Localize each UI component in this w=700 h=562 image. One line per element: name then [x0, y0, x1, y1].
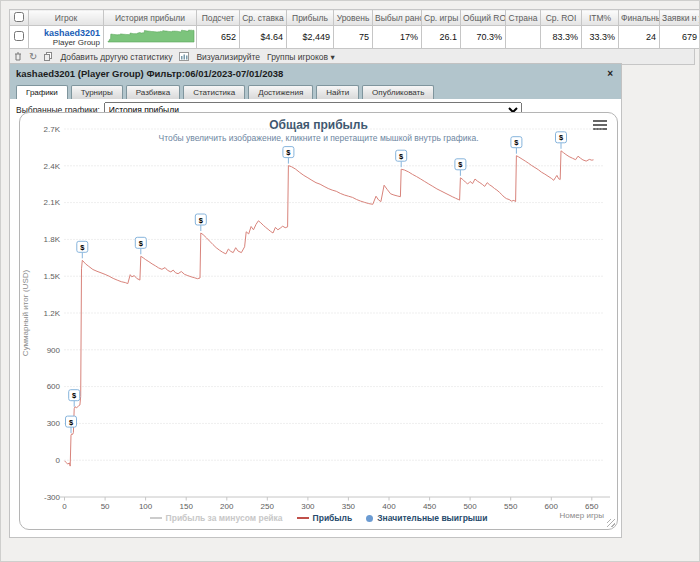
svg-text:900: 900	[47, 346, 61, 355]
column-header-1: Игрок	[29, 10, 104, 26]
stat-cell-6: 70.3%	[461, 26, 506, 49]
profit-sparkline	[107, 29, 195, 43]
legend-dot-icon	[366, 515, 373, 522]
column-header-7: Выбыл рано	[373, 10, 422, 26]
tab-4[interactable]: Достижения	[248, 85, 313, 99]
resize-grip[interactable]	[607, 519, 615, 527]
stat-cell-4: 17%	[373, 26, 422, 49]
svg-text:2.1K: 2.1K	[44, 198, 61, 207]
svg-text:100: 100	[139, 502, 153, 511]
svg-text:600: 600	[545, 502, 559, 511]
profit-chart[interactable]: -30003006009001.2K1.5K1.8K2.1K2.4K2.7K05…	[20, 113, 617, 529]
legend-dash-icon	[297, 517, 309, 519]
player-detail-panel: kashaed3201 (Player Group) Фильтр:06/01/…	[9, 63, 622, 538]
column-header-8: Ср. игры /.	[422, 10, 461, 26]
chart-container: Общая прибыль Чтобы увеличить изображени…	[19, 112, 618, 530]
column-header-2: История прибыли	[104, 10, 197, 26]
column-header-5: Прибыль	[287, 10, 334, 26]
svg-text:350: 350	[342, 502, 356, 511]
svg-text:150: 150	[180, 502, 194, 511]
legend-item-1[interactable]: Прибыль	[297, 513, 353, 523]
add-statistic-button[interactable]: Добавить другую статистику	[60, 52, 172, 62]
column-header-9: Общий ROI	[461, 10, 506, 26]
stat-cell-5: 26.1	[422, 26, 461, 49]
svg-text:2.7K: 2.7K	[44, 125, 61, 134]
legend-label: Значительные выигрыши	[377, 513, 487, 523]
player-cell: kashaed3201Player Group	[29, 26, 104, 49]
stat-cell-1: $4.64	[240, 26, 287, 49]
svg-text:550: 550	[504, 502, 518, 511]
svg-text:650: 650	[585, 502, 599, 511]
stat-cell-0: 652	[197, 26, 240, 49]
tab-5[interactable]: Найти	[316, 85, 359, 99]
y-axis-labels: -30003006009001.2K1.5K1.8K2.1K2.4K2.7K	[44, 125, 61, 502]
x-axis-ticks: 050100150200250300350400450500550600650	[62, 497, 599, 511]
legend-dash-icon	[150, 517, 162, 519]
column-header-11: Ср. ROI	[541, 10, 582, 26]
svg-text:1.8K: 1.8K	[44, 235, 61, 244]
stats-table: ИгрокИстория прибылиПодсчетСр. ставкаПри…	[9, 9, 700, 49]
svg-text:200: 200	[220, 502, 234, 511]
stat-cell-8: 83.3%	[541, 26, 582, 49]
player-group-label: Player Group	[32, 38, 100, 47]
column-header-6: Уровень	[334, 10, 373, 26]
column-header-blank	[10, 10, 29, 26]
copy-icon[interactable]	[44, 52, 53, 61]
gridlines	[65, 129, 605, 460]
legend-item-0[interactable]: Прибыль за минусом рейка	[150, 513, 283, 523]
legend-label: Прибыль за минусом рейка	[166, 513, 283, 523]
svg-text:250: 250	[261, 502, 275, 511]
column-header-3: Подсчет	[197, 10, 240, 26]
svg-text:300: 300	[301, 502, 315, 511]
trash-icon[interactable]	[14, 52, 22, 61]
y-axis-title: Суммарный итог (USD)	[21, 270, 30, 357]
tab-bar: ГрафикиТурнирыРазбивкаСтатистикаДостижен…	[10, 82, 621, 99]
profit-line	[65, 151, 594, 466]
row-checkbox-cell	[10, 26, 29, 49]
svg-text:0: 0	[56, 456, 61, 465]
panel-header: kashaed3201 (Player Group) Фильтр:06/01/…	[10, 64, 621, 82]
chart-legend: Прибыль за минусом рейкаПрибыльЗначитель…	[20, 513, 617, 523]
refresh-icon[interactable]: ↻	[29, 52, 37, 61]
visualize-button[interactable]: Визуализируйте	[196, 52, 260, 62]
svg-text:500: 500	[463, 502, 477, 511]
close-icon[interactable]: ×	[605, 68, 615, 79]
svg-text:-300: -300	[44, 493, 61, 502]
chevron-down-icon: ▾	[330, 52, 334, 62]
svg-text:600: 600	[47, 382, 61, 391]
stat-cell-2: $2,449	[287, 26, 334, 49]
stat-cell-3: 75	[334, 26, 373, 49]
profit-history-cell	[104, 26, 197, 49]
player-groups-dropdown[interactable]: Группы игроков ▾	[267, 52, 335, 62]
stat-cell-10: 24	[619, 26, 660, 49]
column-header-10: Страна	[506, 10, 541, 26]
select-all-checkbox[interactable]	[14, 12, 24, 22]
tab-3[interactable]: Статистика	[183, 85, 245, 99]
tab-6[interactable]: Опубликовать	[362, 85, 434, 99]
panel-title: kashaed3201 (Player Group) Фильтр:06/01/…	[16, 68, 605, 79]
svg-text:2.4K: 2.4K	[44, 162, 61, 171]
stat-cell-9: 33.3%	[582, 26, 619, 49]
svg-text:1.5K: 1.5K	[44, 272, 61, 281]
column-header-14: Заявки н у	[660, 10, 700, 26]
tab-0[interactable]: Графики	[16, 85, 68, 99]
column-header-12: ITM%	[582, 10, 619, 26]
svg-text:1.2K: 1.2K	[44, 309, 61, 318]
app-window: ИгрокИстория прибылиПодсчетСр. ставкаПри…	[0, 0, 700, 562]
svg-text:300: 300	[47, 419, 61, 428]
win-markers[interactable]: $$$$$$$$$$	[66, 132, 567, 433]
row-checkbox[interactable]	[14, 31, 24, 41]
stat-cell-7	[506, 26, 541, 49]
table-header-row: ИгрокИстория прибылиПодсчетСр. ставкаПри…	[10, 10, 700, 26]
column-header-13: Финальны	[619, 10, 660, 26]
svg-text:400: 400	[382, 502, 396, 511]
tab-1[interactable]: Турниры	[71, 85, 123, 99]
tab-2[interactable]: Разбивка	[126, 85, 180, 99]
table-row: kashaed3201Player Group652$4.64$2,449751…	[10, 26, 700, 49]
svg-text:450: 450	[423, 502, 437, 511]
player-name-link[interactable]: kashaed3201	[32, 28, 100, 38]
chart-icon[interactable]	[179, 52, 189, 61]
legend-item-2[interactable]: Значительные выигрыши	[366, 513, 487, 523]
svg-text:0: 0	[62, 502, 67, 511]
column-header-4: Ср. ставка	[240, 10, 287, 26]
